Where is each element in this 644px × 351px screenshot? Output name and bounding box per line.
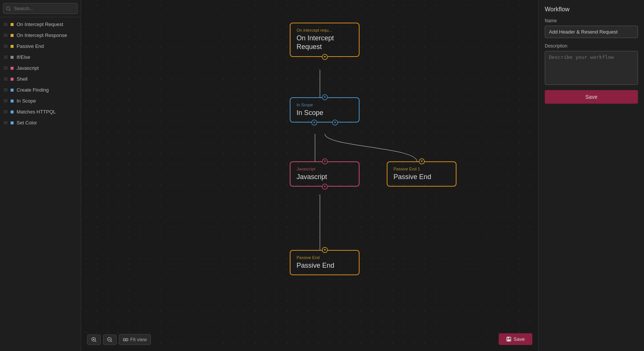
color-dot-if-else [11, 56, 14, 59]
canvas-toolbar: Fit view [87, 334, 151, 345]
drag-handle-passive-end [4, 45, 8, 48]
node-title-5: Passive End [297, 261, 353, 270]
description-textarea[interactable] [545, 51, 638, 85]
sidebar-item-on-intercept-request[interactable]: On Intercept Request [0, 19, 81, 30]
color-dot-set-color [11, 121, 14, 124]
zoom-out-icon [107, 337, 112, 342]
drag-handle-set-color [4, 121, 8, 124]
svg-rect-23 [507, 337, 509, 339]
sidebar: On Intercept Request On Intercept Respon… [0, 0, 81, 351]
panel-title: Workflow [545, 6, 638, 13]
port-node4-in[interactable] [419, 158, 425, 164]
sidebar-item-label-passive-end: Passive End [17, 43, 44, 49]
node-label-4: Passive End 1 [393, 167, 450, 171]
svg-line-16 [95, 341, 96, 342]
node-title-1: On InterceptRequest [297, 34, 353, 52]
svg-rect-20 [123, 339, 125, 341]
sidebar-item-label-set-color: Set Color [17, 120, 37, 126]
sidebar-item-if-else[interactable]: If/Else [0, 52, 81, 63]
search-wrapper [3, 3, 78, 14]
port-node2-out-right[interactable] [332, 120, 338, 126]
right-panel: Workflow Name Description Save [538, 0, 644, 351]
name-input[interactable] [545, 26, 638, 38]
sidebar-item-label-create-finding: Create Finding [17, 87, 49, 93]
drag-handle-on-intercept-request [4, 23, 8, 26]
search-input[interactable] [3, 3, 78, 14]
sidebar-item-matches-httpql[interactable]: Matches HTTPQL [0, 106, 81, 117]
fit-view-label: Fit view [130, 337, 147, 342]
node-passive-end-2[interactable]: Passive End Passive End [290, 250, 360, 275]
sidebar-item-label-matches-httpql: Matches HTTPQL [17, 109, 56, 115]
drag-handle-if-else [4, 56, 8, 58]
drag-handle-shell [4, 78, 8, 80]
sidebar-item-label-on-intercept-response: On Intercept Response [17, 32, 67, 38]
panel-save-button[interactable]: Save [545, 90, 638, 104]
port-node5-in[interactable] [322, 247, 328, 253]
color-dot-javascript [11, 67, 14, 70]
color-dot-in-scope [11, 100, 14, 103]
sidebar-item-label-if-else: If/Else [17, 54, 30, 60]
description-field-group: Description [545, 43, 638, 85]
fit-view-icon [123, 337, 128, 342]
sidebar-items-list: On Intercept Request On Intercept Respon… [0, 17, 81, 351]
drag-handle-matches-httpql [4, 110, 8, 113]
bottom-save-label: Save [513, 336, 525, 342]
sidebar-item-set-color[interactable]: Set Color [0, 117, 81, 128]
sidebar-item-label-shell: Shell [17, 76, 28, 82]
color-dot-on-intercept-request [11, 23, 14, 26]
color-dot-shell [11, 78, 14, 81]
zoom-in-icon [91, 337, 97, 342]
name-field-group: Name [545, 18, 638, 38]
port-node3-out[interactable] [322, 184, 328, 190]
port-node2-out-left[interactable] [311, 120, 317, 126]
node-in-scope[interactable]: In Scope In Scope [290, 97, 360, 123]
sidebar-item-label-javascript: Javascript [17, 65, 39, 71]
node-label-5: Passive End [297, 255, 353, 260]
color-dot-on-intercept-response [11, 34, 14, 37]
color-dot-create-finding [11, 89, 14, 92]
port-node1-out[interactable] [322, 54, 328, 60]
node-label-1: On intercept requ... [297, 28, 353, 32]
fit-view-button[interactable]: Fit view [119, 334, 151, 345]
node-javascript[interactable]: Javascript Javascript [290, 161, 360, 187]
node-label-3: Javascript [297, 167, 353, 171]
port-node3-in[interactable] [322, 158, 328, 164]
drag-handle-javascript [4, 67, 8, 69]
canvas-area[interactable]: On intercept requ... On InterceptRequest… [81, 0, 538, 351]
save-icon-bottom [506, 337, 511, 342]
drag-handle-on-intercept-response [4, 34, 8, 37]
zoom-in-button[interactable] [87, 334, 101, 345]
node-title-2: In Scope [297, 109, 353, 117]
zoom-out-button[interactable] [103, 334, 117, 345]
sidebar-item-javascript[interactable]: Javascript [0, 63, 81, 74]
node-passive-end-1[interactable]: Passive End 1 Passive End [387, 161, 456, 187]
sidebar-item-label-in-scope: In Scope [17, 98, 36, 104]
port-node2-in[interactable] [322, 94, 328, 100]
description-label: Description [545, 43, 638, 49]
svg-line-19 [111, 341, 112, 342]
sidebar-item-in-scope[interactable]: In Scope [0, 95, 81, 106]
node-title-3: Javascript [297, 173, 353, 181]
search-container [0, 0, 81, 17]
sidebar-item-passive-end[interactable]: Passive End [0, 41, 81, 52]
color-dot-matches-httpql [11, 110, 14, 113]
color-dot-passive-end [11, 45, 14, 48]
svg-rect-24 [507, 339, 510, 341]
drag-handle-in-scope [4, 100, 8, 102]
node-title-4: Passive End [393, 173, 450, 181]
svg-rect-21 [126, 339, 128, 341]
sidebar-item-label-on-intercept-request: On Intercept Request [17, 21, 63, 27]
drag-handle-create-finding [4, 89, 8, 91]
bottom-save-button[interactable]: Save [499, 333, 532, 345]
node-label-2: In Scope [297, 103, 353, 107]
sidebar-item-create-finding[interactable]: Create Finding [0, 84, 81, 95]
sidebar-item-shell[interactable]: Shell [0, 74, 81, 84]
name-label: Name [545, 18, 638, 23]
node-on-intercept-request[interactable]: On intercept requ... On InterceptRequest [290, 23, 360, 57]
sidebar-item-on-intercept-response[interactable]: On Intercept Response [0, 30, 81, 41]
